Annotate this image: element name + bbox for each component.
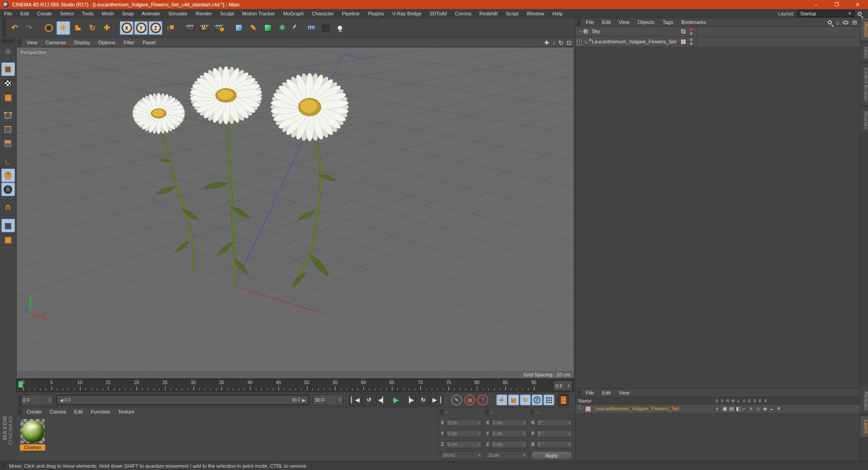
null-object-icon[interactable]: ∟0 xyxy=(584,38,591,45)
close-button[interactable]: ✕ xyxy=(847,0,868,9)
menu-help[interactable]: Help xyxy=(548,9,567,18)
material-menu-edit[interactable]: Edit xyxy=(70,408,87,416)
menu-file[interactable]: File xyxy=(0,9,16,18)
make-editable-button[interactable]: ⊕ xyxy=(1,44,15,58)
generators-toggle-icon[interactable]: ◇ xyxy=(756,406,760,412)
spinner-arrows-icon[interactable]: ▲▼ xyxy=(478,421,480,424)
object-manager-menu-view[interactable]: View xyxy=(615,18,634,27)
menu-plugins[interactable]: Plugins xyxy=(363,9,388,18)
render-picture-viewer-button[interactable] xyxy=(198,21,211,35)
spinner-arrows-icon[interactable]: ▲▼ xyxy=(568,421,571,424)
material-menu-texture[interactable]: Texture xyxy=(114,408,138,416)
tab-layers[interactable]: Layers xyxy=(860,416,868,437)
material-menu-function[interactable]: Function xyxy=(87,408,114,416)
tab-structure[interactable]: Structure xyxy=(860,108,868,134)
range-start-field[interactable]: 0 F ▲▼ xyxy=(21,395,53,405)
view-toggle-icon[interactable]: ▣ xyxy=(722,406,727,412)
axis-mode-button[interactable]: ∟ xyxy=(1,155,15,168)
current-frame-field[interactable]: 0 F ▲▼ xyxy=(553,381,572,391)
eye-icon[interactable] xyxy=(843,21,849,24)
manager-toggle-icon[interactable]: ◧ xyxy=(736,406,741,412)
keyframe-selection-button[interactable]: ? xyxy=(477,395,488,405)
search-icon[interactable] xyxy=(858,12,862,16)
size-z-field[interactable]: 0 cm▲▼ xyxy=(491,441,527,448)
record-position-toggle[interactable]: ✚ xyxy=(496,395,507,405)
add-panel-icon[interactable]: ⊞ xyxy=(852,19,857,25)
deformers-toggle-icon[interactable]: ◈ xyxy=(763,406,767,412)
rotation-b-field[interactable]: 0 °▲▼ xyxy=(536,441,572,448)
object-manager-menu-bookmarks[interactable]: Bookmarks xyxy=(677,18,710,27)
scene-canvas[interactable]: yx xyxy=(17,47,574,370)
xref-toggle-icon[interactable]: ✕ xyxy=(777,406,781,412)
coordinates-group-grip[interactable] xyxy=(530,409,534,414)
menu-animate[interactable]: Animate xyxy=(138,9,164,18)
add-subdivision-surface-button[interactable] xyxy=(261,21,274,35)
menu-window[interactable]: Window xyxy=(523,9,548,18)
position-z-field[interactable]: 0 cm▲▼ xyxy=(446,441,482,448)
autokeying-button[interactable]: ◉ xyxy=(464,395,475,405)
viewport-menu-cameras[interactable]: Cameras xyxy=(42,38,70,47)
menu-select[interactable]: Select xyxy=(56,9,78,18)
add-generator-button[interactable]: ✱ xyxy=(275,21,289,35)
next-key-button[interactable]: ↻ xyxy=(417,394,429,406)
solo-dot-icon[interactable]: ● xyxy=(716,406,719,411)
menu-snap[interactable]: Snap xyxy=(118,9,138,18)
menu-render[interactable]: Render xyxy=(192,9,216,18)
rotation-h-field[interactable]: 0 °▲▼ xyxy=(536,419,572,427)
size-x-field[interactable]: 0 cm▲▼ xyxy=(491,419,527,427)
tab-objects[interactable]: Objects xyxy=(860,18,868,41)
spinner-arrows-icon[interactable]: ▲▼ xyxy=(523,421,525,424)
object-manager-grip[interactable] xyxy=(577,19,580,25)
object-name[interactable]: Sky xyxy=(592,28,600,34)
record-scale-toggle[interactable]: ▣ xyxy=(508,395,519,405)
menu-mesh[interactable]: Mesh xyxy=(98,9,118,18)
toolbar-grip[interactable] xyxy=(2,19,6,37)
transform-mode-dropdown[interactable]: Scale ▼ xyxy=(486,451,529,459)
spinner-arrows-icon[interactable]: ▲▼ xyxy=(523,432,525,435)
last-used-tool[interactable]: ✚ xyxy=(100,21,113,35)
menu-character[interactable]: Character xyxy=(308,9,338,18)
material-menu-create[interactable]: Create xyxy=(23,408,46,416)
material-menu-grip[interactable] xyxy=(18,409,21,415)
viewport-menu-display[interactable]: Display xyxy=(70,38,94,47)
search-icon[interactable] xyxy=(828,20,832,24)
polygons-mode-button[interactable] xyxy=(1,136,15,150)
layer-color-swatch[interactable] xyxy=(585,406,591,412)
rotate-tool[interactable]: ↻ xyxy=(85,21,99,35)
scale-tool[interactable] xyxy=(71,21,85,35)
render-toggle-icon[interactable]: ▤ xyxy=(729,406,734,412)
viewport-menu-view[interactable]: View xyxy=(23,38,42,47)
rotate-view-icon[interactable]: ↻ xyxy=(558,40,563,46)
viewport-solo-button[interactable]: S xyxy=(1,183,15,196)
redo-button[interactable]: ↷ xyxy=(22,21,36,35)
column-splitter[interactable] xyxy=(697,27,698,387)
visibility-dots[interactable] xyxy=(690,28,693,35)
editor-visibility-dot[interactable] xyxy=(690,38,693,41)
move-tool[interactable]: ✚ xyxy=(57,21,70,35)
viewport-menu-panel[interactable]: Panel xyxy=(139,38,160,47)
menu-pipeline[interactable]: Pipeline xyxy=(338,9,363,18)
viewport-menu-filter[interactable]: Filter xyxy=(119,38,138,47)
layer-name[interactable]: Leucanthemum_Vulgare_Flowers_Set xyxy=(594,406,679,411)
object-manager-menu-edit[interactable]: Edit xyxy=(598,18,615,27)
add-light-button[interactable] xyxy=(333,21,347,35)
previous-key-button[interactable]: ↺ xyxy=(363,394,375,406)
spinner-arrows-icon[interactable]: ▲▼ xyxy=(523,442,525,446)
lock-z-axis[interactable]: Z xyxy=(149,21,162,35)
points-mode-button[interactable] xyxy=(1,108,15,122)
enable-quantization-button[interactable] xyxy=(1,169,15,182)
spinner-arrows-icon[interactable]: ▲▼ xyxy=(568,432,571,435)
coordinates-group-grip[interactable] xyxy=(440,409,443,414)
spinner-arrows-icon[interactable]: ▲▼ xyxy=(566,384,570,388)
add-camera-button[interactable] xyxy=(319,21,332,35)
menu-sculpt[interactable]: Sculpt xyxy=(216,9,238,18)
spinner-arrows-icon[interactable]: ▲▼ xyxy=(478,432,480,435)
keyframe-presets-button[interactable] xyxy=(558,394,569,406)
viewport-label[interactable]: Perspective xyxy=(20,50,46,55)
timeline-ruler[interactable]: 051015202530354045505560657075808590 0 F… xyxy=(16,379,574,392)
menu-create[interactable]: Create xyxy=(33,9,56,18)
add-deformer-button[interactable] xyxy=(290,21,303,35)
menu-script[interactable]: Script xyxy=(502,9,523,18)
position-x-field[interactable]: 0 cm▲▼ xyxy=(446,419,482,427)
texture-tag-icon[interactable] xyxy=(680,28,686,34)
